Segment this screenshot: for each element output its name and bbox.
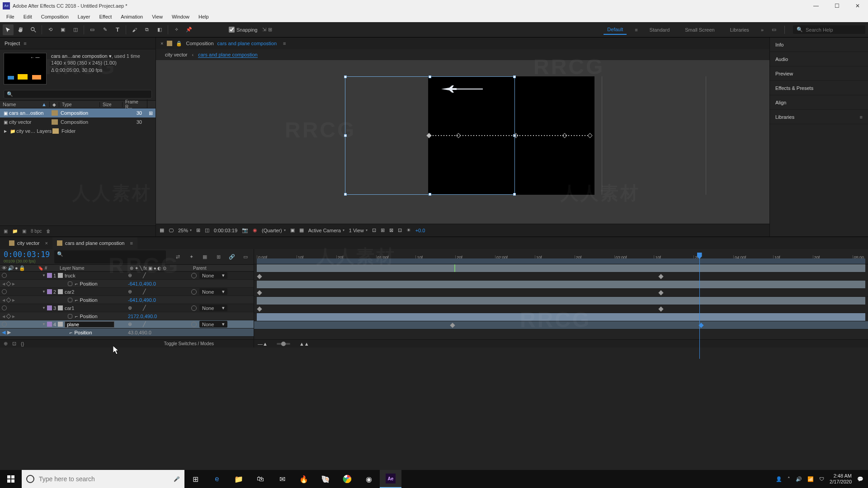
zoom-in-icon[interactable]: ▲▲ <box>299 341 309 347</box>
zoom-select[interactable]: 25%▾ <box>178 228 192 233</box>
tl-opt3-icon[interactable]: ▦ <box>200 254 209 260</box>
label-color-icon[interactable] <box>47 289 52 294</box>
volume-icon[interactable]: 🔊 <box>796 476 802 482</box>
snapping-checkbox[interactable] <box>229 27 235 33</box>
mail-icon[interactable]: ✉ <box>271 470 293 488</box>
col-name[interactable]: Name▲ <box>0 102 50 107</box>
mask-icon[interactable]: ◫ <box>205 227 209 233</box>
parent-select[interactable]: None▾ <box>199 305 227 311</box>
selection-tool-icon[interactable] <box>3 24 14 35</box>
new-comp-icon[interactable]: ▣ <box>22 229 26 234</box>
exposure-icon[interactable]: ☀ <box>406 227 411 233</box>
roto-tool-icon[interactable]: ✧ <box>171 24 182 35</box>
tl-foot-icon2[interactable]: ⊡ <box>12 341 16 347</box>
add-key-icon[interactable] <box>6 281 11 286</box>
add-key-icon[interactable] <box>6 297 11 302</box>
obs-icon[interactable]: ◉ <box>358 470 380 488</box>
timeline-search-input[interactable] <box>57 257 163 263</box>
workspace-small[interactable]: Small Screen <box>681 25 718 34</box>
mic-icon[interactable]: 🎤 <box>174 476 180 482</box>
layer-name-input[interactable] <box>65 321 114 328</box>
workspace-standard[interactable]: Standard <box>646 25 674 34</box>
panel-libraries[interactable]: Libraries≡ <box>770 110 868 124</box>
col-framerate[interactable]: Frame R... <box>123 99 147 109</box>
stopwatch-icon[interactable] <box>68 282 72 286</box>
bpc-label[interactable]: 8 bpc <box>31 229 42 234</box>
keyframe[interactable] <box>450 323 455 328</box>
layer-bar[interactable] <box>257 313 865 321</box>
pan-behind-tool-icon[interactable]: ◫ <box>70 24 81 35</box>
explorer-icon[interactable]: 📁 <box>228 470 250 488</box>
solo-icon[interactable]: ● <box>15 265 18 271</box>
panel-preview[interactable]: Preview <box>770 66 868 81</box>
camera-select[interactable]: Active Camera▾ <box>308 228 344 233</box>
edge-icon[interactable]: e <box>206 470 228 488</box>
parent-select[interactable]: None▾ <box>199 272 227 279</box>
comp-tab-name[interactable]: cars and plane compostion <box>217 41 277 46</box>
zoom-out-icon[interactable]: —▲ <box>258 341 268 347</box>
brush-tool-icon[interactable]: 🖌 <box>129 24 140 35</box>
pickwhip-icon[interactable] <box>191 322 197 327</box>
workspace-reset-icon[interactable]: ▭ <box>772 27 776 33</box>
wifi-icon[interactable]: 📶 <box>807 476 814 482</box>
pickwhip-icon[interactable] <box>191 273 197 278</box>
parent-select[interactable]: None▾ <box>199 288 227 295</box>
help-search[interactable]: 🔍 <box>793 25 865 34</box>
view-opt2-icon[interactable]: ⊞ <box>381 227 385 233</box>
view-opt4-icon[interactable]: ⊡ <box>398 227 402 233</box>
property-row[interactable]: ◀▶ ⌐Position 2172.0,490.0 <box>0 312 254 320</box>
notification-icon[interactable]: 💬 <box>857 476 863 482</box>
close-button[interactable]: ✕ <box>847 0 868 11</box>
resize-handle[interactable] <box>344 75 347 78</box>
minimize-button[interactable]: — <box>806 0 826 11</box>
interpret-icon[interactable]: ▣ <box>4 229 8 234</box>
trash-icon[interactable]: 🗑 <box>46 229 51 234</box>
tab-close-icon[interactable]: × <box>45 240 48 246</box>
layer-row[interactable]: ▼3 car1 ⊕╱ None▾ <box>0 304 254 312</box>
snap-opt2-icon[interactable]: ⊞ <box>268 27 272 33</box>
resolution-select[interactable]: (Quarter)▾ <box>262 228 286 233</box>
taskbar-clock[interactable]: 2:48 AM 2/17/2020 <box>830 473 852 485</box>
stopwatch-icon[interactable] <box>68 298 72 302</box>
breadcrumb-item[interactable]: cars and plane compostion <box>198 52 257 58</box>
layer-bar[interactable] <box>257 264 865 272</box>
timeline-track-area[interactable]: 0:00f 10f 20f 01:00f 10f 20f 02:00f 10f … <box>254 249 868 347</box>
prev-key-icon[interactable]: ◀ <box>2 282 5 286</box>
tl-foot-icon3[interactable]: {} <box>21 341 24 347</box>
zoom-slider[interactable]: —▲ ▲▲ <box>254 339 868 347</box>
marker[interactable] <box>454 264 455 272</box>
keyframe[interactable] <box>659 274 664 279</box>
view-select[interactable]: 1 View▾ <box>349 228 368 233</box>
exposure-value[interactable]: +0.0 <box>415 228 425 233</box>
keyframe[interactable] <box>257 274 262 279</box>
eye-icon[interactable] <box>2 305 7 310</box>
col-layer-name[interactable]: Layer Name <box>58 266 128 271</box>
new-folder-icon[interactable]: 📁 <box>12 229 18 234</box>
layer-row[interactable]: ▼1 truck ⊕╱ None▾ <box>0 272 254 280</box>
lock-icon[interactable]: 🔒 <box>176 41 182 47</box>
snapping-toggle[interactable]: Snapping ⇲ ⊞ <box>229 27 272 33</box>
keyframe[interactable] <box>257 290 262 295</box>
menu-layer[interactable]: Layer <box>73 13 95 21</box>
project-item[interactable]: ▣ city vector Composition 30 <box>0 117 156 127</box>
layer-bar[interactable] <box>257 297 865 305</box>
tl-foot-icon1[interactable]: ⊕ <box>4 341 8 347</box>
menu-animation[interactable]: Animation <box>116 13 147 21</box>
text-tool-icon[interactable]: T <box>112 24 123 35</box>
breadcrumb-item[interactable]: city vector <box>165 52 188 57</box>
resize-handle[interactable] <box>429 193 431 196</box>
resolution-icon[interactable]: 🖵 <box>169 228 174 233</box>
playhead[interactable] <box>699 253 700 359</box>
project-search-input[interactable] <box>13 92 75 97</box>
project-panel-title[interactable]: Project <box>5 41 20 46</box>
keyframe[interactable] <box>257 306 262 311</box>
project-item[interactable]: ▣ cars an…ostion Composition 30 ⊞ <box>0 108 156 117</box>
resize-handle[interactable] <box>513 75 516 78</box>
view-opt3-icon[interactable]: ⊠ <box>389 227 393 233</box>
menu-composition[interactable]: Composition <box>37 13 73 21</box>
col-type[interactable]: Type <box>59 102 100 107</box>
menu-edit[interactable]: Edit <box>19 13 37 21</box>
menu-view[interactable]: View <box>147 13 167 21</box>
video-icon[interactable]: 👁 <box>2 265 7 271</box>
comp-tab-close-icon[interactable]: × <box>160 41 163 46</box>
